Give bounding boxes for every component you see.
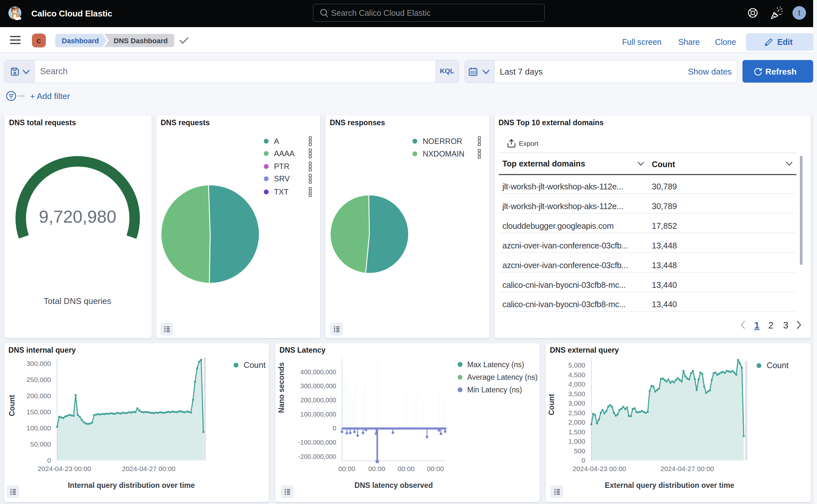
svg-text:Count: Count	[767, 361, 789, 370]
svg-text:5,000: 5,000	[568, 361, 585, 369]
svg-text:2024-04-27 00:00: 2024-04-27 00:00	[661, 465, 714, 472]
svg-text:4,500: 4,500	[568, 371, 585, 378]
svg-text:1,500: 1,500	[568, 428, 585, 436]
svg-text:2,000: 2,000	[568, 418, 585, 426]
svg-text:1,000: 1,000	[568, 438, 585, 445]
svg-text:3,500: 3,500	[568, 390, 585, 398]
svg-text:500: 500	[574, 447, 585, 455]
svg-text:3,000: 3,000	[568, 399, 585, 407]
svg-text:2024-04-23 00:00: 2024-04-23 00:00	[573, 465, 626, 472]
svg-text:4,000: 4,000	[568, 380, 585, 388]
svg-text:0: 0	[581, 457, 585, 464]
svg-text:External query distribution ov: External query distribution over time	[605, 481, 734, 489]
svg-text:2,500: 2,500	[568, 409, 585, 417]
svg-text:Count: Count	[547, 394, 556, 415]
